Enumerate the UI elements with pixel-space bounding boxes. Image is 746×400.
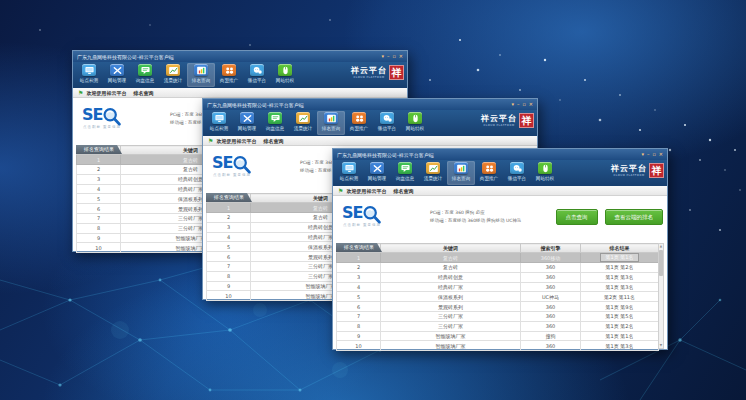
- maximize-button[interactable]: ▫: [392, 52, 395, 61]
- welcome-text: 欢迎使用祥云平台: [86, 90, 126, 96]
- maximize-button[interactable]: ▫: [522, 100, 525, 109]
- toolbar-item-site-privilege[interactable]: 网站特权: [401, 111, 429, 135]
- message-icon: [398, 162, 412, 174]
- toolbar-item-alliance-promo[interactable]: 商盟推广: [345, 111, 373, 135]
- cell-serial: 5: [337, 292, 381, 302]
- query-button[interactable]: 点击查询: [556, 209, 598, 225]
- rank-results-table: 序号 关键词 搜索引擎 排名结果 1 复古砖 360移动 第1页 第1名 2 复…: [336, 243, 659, 351]
- scrollbar-thumb[interactable]: [659, 250, 663, 276]
- welcome-bar: ⚑ 欢迎使用祥云平台 排名查询: [203, 136, 537, 146]
- toolbar-item-site-privilege[interactable]: 网站特权: [531, 161, 559, 185]
- toolbar-item-rank-query[interactable]: 排名查询: [317, 111, 345, 135]
- skin-button[interactable]: ▾: [641, 150, 644, 159]
- cell-keyword: 经典砖创意: [381, 272, 521, 282]
- cell-serial: 3: [207, 222, 251, 232]
- brand-subtitle: CLOUD PLATFORM: [613, 173, 645, 177]
- close-button[interactable]: ✕: [659, 150, 663, 159]
- toolbar-item-site-check[interactable]: 站点检测: [335, 161, 363, 185]
- table-row[interactable]: 7 三分砖厂家 360 第1页 第5名: [337, 311, 659, 321]
- toolbar-item-label: 网站管理: [108, 77, 126, 83]
- toolbar-item-site-check[interactable]: 站点检测: [205, 111, 233, 135]
- table-scrollbar[interactable]: ▲ ▼: [658, 243, 664, 349]
- toolbar-item-inquiry[interactable]: 询盘信息: [131, 63, 159, 87]
- brand-seal-icon: 祥: [519, 113, 534, 128]
- minimize-button[interactable]: –: [647, 150, 650, 159]
- table-row[interactable]: 8 三分砖厂家 360 第1页 第2名: [337, 321, 659, 331]
- toolbar-item-wechat[interactable]: 微信平台: [243, 63, 271, 87]
- window-title: 广东九鼎网络科技有限公司-祥云平台客户端: [77, 54, 381, 60]
- toolbar-item-site-check[interactable]: 站点检测: [75, 63, 103, 87]
- main-toolbar: 站点检测 网站管理 询盘信息 流量统计: [203, 110, 537, 136]
- table-row[interactable]: 10 智能玻璃厂家 360 第1页 第3名: [337, 341, 659, 351]
- seo-slogan: 点击刷新 重复使用: [83, 125, 121, 129]
- window-titlebar[interactable]: 广东九鼎网络科技有限公司-祥云平台客户端 ▾ – ▫ ✕: [73, 51, 407, 62]
- cell-rank: 第1页 第1名: [581, 253, 659, 263]
- toolbar-item-site-manage[interactable]: 网站管理: [233, 111, 261, 135]
- toolbar-item-alliance-promo[interactable]: 商盟推广: [215, 63, 243, 87]
- table-row[interactable]: 6 景观砖系列 360 第1页 第9名: [337, 302, 659, 312]
- welcome-bar: ⚑ 欢迎使用祥云平台 排名查询: [73, 88, 407, 98]
- main-toolbar: 站点检测 网站管理 询盘信息 流量统计: [333, 160, 667, 186]
- toolbar-item-label: 站点检测: [210, 125, 228, 131]
- bar-chart-icon: [194, 64, 208, 76]
- skin-button[interactable]: ▾: [381, 52, 384, 61]
- cell-keyword: 景观砖系列: [381, 302, 521, 312]
- cell-serial: 9: [207, 281, 251, 291]
- toolbar-item-site-privilege[interactable]: 网站特权: [271, 63, 299, 87]
- toolbar-item-label: 微信平台: [248, 77, 266, 83]
- cell-serial: 2: [207, 213, 251, 223]
- seo-logo: SE: [342, 205, 382, 225]
- flag-icon: ⚑: [208, 138, 213, 144]
- seo-magnifier-icon: [232, 155, 252, 175]
- skin-button[interactable]: ▾: [511, 100, 514, 109]
- toolbar-item-wechat[interactable]: 微信平台: [373, 111, 401, 135]
- toolbar-item-label: 网站管理: [368, 175, 386, 181]
- minimize-button[interactable]: –: [517, 100, 520, 109]
- toolbar-item-traffic-stats[interactable]: 流量统计: [159, 63, 187, 87]
- toolbar-item-label: 询盘信息: [136, 77, 154, 83]
- toolbar-item-traffic-stats[interactable]: 流量统计: [419, 161, 447, 185]
- table-row[interactable]: 5 保温板系列 UC神马 第2页 第11名: [337, 292, 659, 302]
- toolbar-item-inquiry[interactable]: 询盘信息: [261, 111, 289, 135]
- toolbar-item-label: 站点检测: [80, 77, 98, 83]
- cell-serial: 9: [337, 331, 381, 341]
- table-row[interactable]: 2 复古砖 360 第1页 第2名: [337, 263, 659, 273]
- tab-rank-results[interactable]: 排名查询结果: [76, 145, 122, 154]
- close-button[interactable]: ✕: [529, 100, 533, 109]
- toolbar-item-traffic-stats[interactable]: 流量统计: [289, 111, 317, 135]
- toolbar-item-rank-query[interactable]: 排名查询: [187, 63, 215, 87]
- cell-rank: 第1页 第3名: [581, 341, 659, 351]
- close-button[interactable]: ✕: [399, 52, 403, 61]
- toolbar-item-label: 商盟推广: [350, 125, 368, 131]
- cell-serial: 2: [77, 165, 121, 175]
- tab-rank-results[interactable]: 排名查询结果: [206, 193, 252, 202]
- tab-rank-results[interactable]: 排名查询结果: [336, 243, 382, 252]
- toolbar-item-rank-query[interactable]: 排名查询: [447, 161, 475, 185]
- cell-serial: 3: [337, 272, 381, 282]
- cell-serial: 4: [77, 184, 121, 194]
- toolbar-item-site-manage[interactable]: 网站管理: [103, 63, 131, 87]
- toolbar-item-wechat[interactable]: 微信平台: [503, 161, 531, 185]
- seo-magnifier-icon: [102, 107, 122, 127]
- window-titlebar[interactable]: 广东九鼎网络科技有限公司-祥云平台客户端 ▾ – ▫ ✕: [333, 149, 667, 160]
- toolbar-item-site-manage[interactable]: 网站管理: [363, 161, 391, 185]
- minimize-button[interactable]: –: [387, 52, 390, 61]
- toolbar-item-alliance-promo[interactable]: 商盟推广: [475, 161, 503, 185]
- table-row[interactable]: 3 经典砖创意 360 第1页 第3名: [337, 272, 659, 282]
- cell-serial: 1: [207, 203, 251, 213]
- scroll-down-arrow[interactable]: ▼: [659, 343, 663, 348]
- welcome-section: 排名查询: [263, 138, 283, 144]
- table-row[interactable]: 1 复古砖 360移动 第1页 第1名: [337, 253, 659, 263]
- toolbar-item-inquiry[interactable]: 询盘信息: [391, 161, 419, 185]
- window-titlebar[interactable]: 广东九鼎网络科技有限公司-祥云平台客户端 ▾ – ▫ ✕: [203, 99, 537, 110]
- people-icon: [482, 162, 496, 174]
- table-row[interactable]: 9 智能玻璃厂家 搜狗 第1页 第1名: [337, 331, 659, 341]
- scroll-up-arrow[interactable]: ▲: [659, 244, 663, 249]
- view-cloud-rank-button[interactable]: 查看云端的排名: [605, 209, 664, 225]
- cell-serial: 8: [77, 223, 121, 233]
- window-controls: ▾ – ▫ ✕: [511, 100, 533, 109]
- cell-serial: 1: [337, 253, 381, 263]
- maximize-button[interactable]: ▫: [652, 150, 655, 159]
- table-row[interactable]: 4 经典砖厂家 360 第1页 第3名: [337, 282, 659, 292]
- cell-rank: 第1页 第2名: [581, 321, 659, 331]
